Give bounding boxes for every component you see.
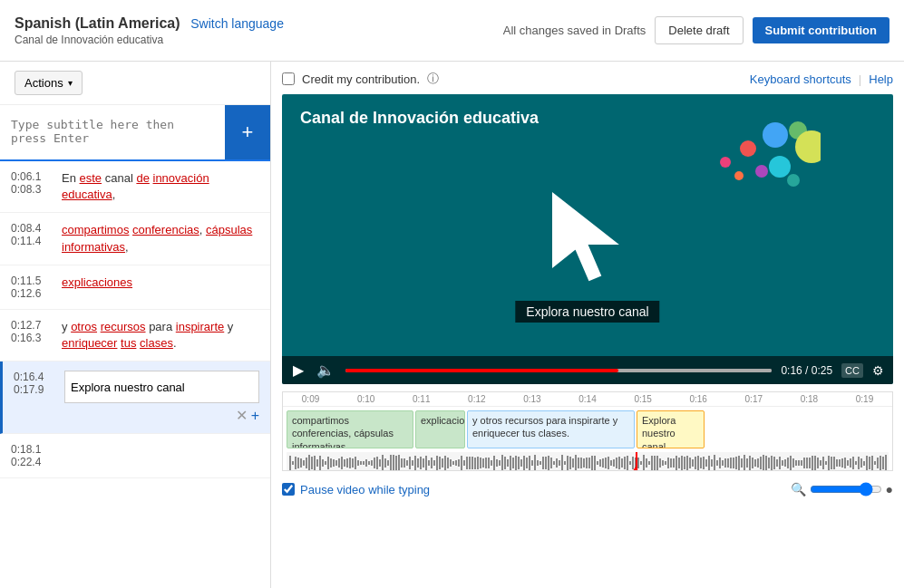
timeline-time: 0:17 [726,394,782,404]
playhead [636,452,637,471]
add-line-button[interactable]: + [251,407,259,424]
list-item: 0:12.7 0:16.3 y otros recursos para insp… [0,310,270,361]
current-time: 0:16 [781,364,802,377]
time-start: 0:18.1 [11,443,54,456]
caption-block[interactable]: compartimos conferencias, cápsulas infor… [287,410,413,448]
zoom-out-icon[interactable]: 🔍 [791,482,806,496]
pause-video-label[interactable]: Pause video while typing [300,483,430,496]
active-subtitle-input[interactable] [64,371,259,403]
underlined-text: cápsulas [206,223,252,236]
channel-name: Canal de Innovación educativa [15,34,284,46]
settings-button[interactable]: ⚙ [872,363,884,378]
remove-subtitle-button[interactable]: ✕ [236,407,248,424]
active-edit-area: ✕ + [64,371,259,424]
header-left: Spanish (Latin America) Switch language … [15,15,284,46]
progress-fill [345,369,618,372]
underlined-text: este [80,171,102,185]
time-column: 0:11.5 0:12.6 [11,275,54,300]
time-column: 0:12.7 0:16.3 [11,319,54,344]
time-column: 0:06.1 0:08.3 [11,170,54,196]
caption-block-active[interactable]: Explora nuestro canal [637,410,705,448]
svg-point-0 [763,122,788,148]
submit-button[interactable]: Submit contribution [753,17,889,43]
dropdown-arrow-icon: ▾ [68,78,73,88]
actions-label: Actions [24,76,63,90]
time-display: 0:16 / 0:25 [781,364,832,377]
progress-remaining [618,369,772,372]
video-player: Canal de Innovación educativa Explora nu… [282,94,893,384]
active-edit-actions: ✕ + [64,407,259,424]
time-start: 0:12.7 [11,319,54,332]
subtitle-input[interactable] [0,105,225,159]
right-panel: Credit my contribution. ⓘ Keyboard short… [271,62,904,588]
svg-marker-9 [553,194,617,280]
keyboard-shortcuts-link[interactable]: Keyboard shortcuts [750,72,851,86]
main-layout: Actions ▾ + 0:06.1 0:08.3 En este canal … [0,62,904,588]
subtitle-input-area: + [0,105,270,161]
switch-language-link[interactable]: Switch language [190,16,284,31]
time-end: 0:16.3 [11,332,54,344]
underlined-text: explicaciones [62,275,132,289]
video-title: Canal de Innovación educativa [300,109,539,128]
caption-block-highlight[interactable]: y otros recursos para inspirarte y enriq… [467,410,635,448]
captions-button[interactable]: CC [841,363,863,378]
svg-point-7 [787,174,800,187]
zoom-slider[interactable] [810,482,882,496]
bubbles-decoration [694,121,821,230]
list-item: 0:18.1 0:22.4 [0,434,270,478]
svg-point-5 [769,156,791,178]
header-right: All changes saved in Drafts Delete draft… [503,16,889,44]
cursor-icon [544,185,653,294]
time-start: 0:11.5 [11,275,54,287]
help-link[interactable]: Help [869,72,893,86]
svg-point-4 [755,165,768,178]
time-end: 0:22.4 [11,456,54,468]
separator: | [859,72,861,86]
video-subtitle-overlay: Explora nuestro canal [515,301,659,323]
underlined-text: de [136,171,149,185]
timeline-captions: compartimos conferencias, cápsulas infor… [283,407,892,452]
delete-draft-button[interactable]: Delete draft [655,16,743,44]
timeline-times: 0:09 0:10 0:11 0:12 0:13 0:14 0:15 0:16 … [283,392,892,407]
underlined-text: conferencias [132,223,199,236]
left-panel: Actions ▾ + 0:06.1 0:08.3 En este canal … [0,62,271,588]
pause-video-checkbox[interactable] [282,483,295,496]
credit-checkbox[interactable] [282,72,295,85]
underlined-text: innovación [153,171,209,185]
video-controls: ▶ 🔈 0:16 / 0:25 CC ⚙ [282,356,893,384]
underlined-text: clases [140,336,173,350]
timeline-time: 0:19 [837,394,892,404]
timeline-waveform [287,452,889,471]
zoom-in-icon[interactable]: ● [886,482,893,496]
time-column: 0:08.4 0:11.4 [11,222,54,247]
time-end: 0:17.9 [14,383,57,396]
bottom-bar: Pause video while typing 🔍 ● [282,478,893,500]
list-item: 0:11.5 0:12.6 explicaciones [0,265,270,310]
progress-bar[interactable] [345,369,772,372]
timeline-time: 0:16 [671,394,726,404]
time-end: 0:11.4 [11,235,54,247]
underlined-text: compartimos [62,223,129,236]
time-start: 0:16.4 [14,371,57,383]
language-title: Spanish (Latin America) [15,15,180,31]
actions-button[interactable]: Actions ▾ [15,71,83,95]
underlined-text: informativas [62,240,125,254]
save-status: All changes saved in Drafts [503,24,646,37]
volume-button[interactable]: 🔈 [315,361,336,379]
subtitle-text: En este canal de innovación educativa, [62,170,259,203]
time-start: 0:06.1 [11,170,54,183]
total-time: 0:25 [812,364,832,377]
list-item: 0:06.1 0:08.3 En este canal de innovació… [0,161,270,213]
list-item-active: 0:16.4 0:17.9 ✕ + [0,361,270,434]
subtitle-text: explicaciones [62,275,259,291]
play-button[interactable]: ▶ [291,361,306,379]
timeline[interactable]: 0:09 0:10 0:11 0:12 0:13 0:14 0:15 0:16 … [282,391,893,471]
help-circle-icon[interactable]: ⓘ [427,71,439,87]
underlined-text: educativa [62,188,112,201]
zoom-controls: 🔍 ● [791,482,893,496]
underlined-text: recursos [101,320,146,333]
add-subtitle-button[interactable]: + [225,105,270,159]
svg-point-8 [720,157,731,168]
timeline-time: 0:11 [394,394,449,404]
caption-block[interactable]: explicaciones [415,410,465,448]
